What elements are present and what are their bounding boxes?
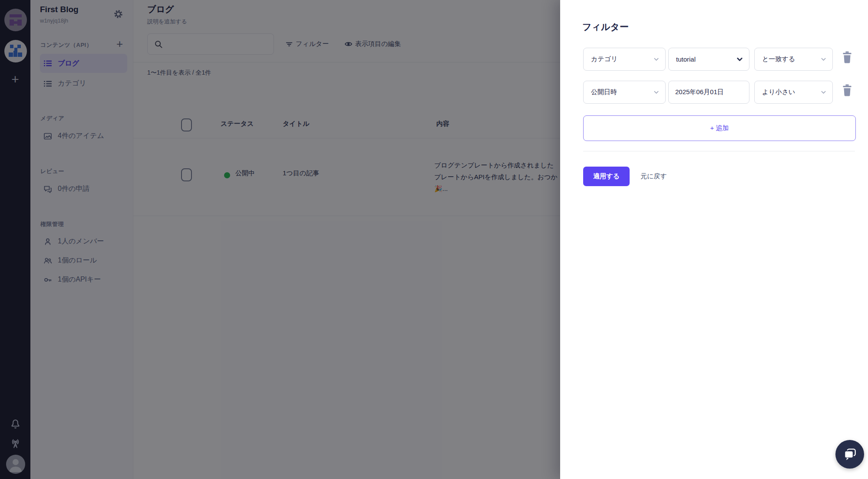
- trash-icon: [842, 84, 853, 97]
- chat-support-button[interactable]: [835, 440, 864, 469]
- delete-filter-row-button[interactable]: [842, 84, 853, 97]
- filter-field-value: カテゴリ: [591, 55, 617, 63]
- chevron-down-icon: [653, 89, 659, 95]
- app-screen: ブログ 説明を追加する フィルター 表示項目の編集 1〜1件目を表示 / 全1件: [0, 0, 868, 479]
- delete-filter-row-button[interactable]: [842, 51, 853, 64]
- chevron-down-icon: [653, 56, 659, 62]
- chevron-down-icon: [821, 56, 826, 62]
- filter-field-value: 公開日時: [591, 88, 617, 96]
- filter-drawer-title: フィルター: [582, 21, 629, 33]
- filter-value: tutorial: [676, 56, 696, 63]
- filter-date-value: 2025年06月01日: [675, 88, 724, 96]
- reset-filter-button[interactable]: 元に戻す: [640, 172, 667, 180]
- add-filter-button[interactable]: + 追加: [583, 115, 856, 141]
- trash-icon: [842, 51, 853, 64]
- filter-field-select[interactable]: 公開日時: [583, 81, 666, 104]
- filter-condition-select[interactable]: より小さい: [754, 81, 833, 104]
- chevron-down-icon: [821, 89, 826, 95]
- chat-bubbles-icon: [842, 446, 858, 463]
- filter-condition-select[interactable]: と一致する: [754, 48, 833, 71]
- apply-filter-button[interactable]: 適用する: [583, 167, 630, 186]
- filter-value-select[interactable]: tutorial: [668, 48, 749, 71]
- filter-condition-value: と一致する: [762, 55, 795, 63]
- filter-drawer: フィルター カテゴリ tutorial と一致する 公開日時 202: [560, 0, 868, 479]
- filter-condition-value: より小さい: [762, 88, 795, 96]
- panel-divider: [583, 151, 855, 151]
- chevron-down-icon: [736, 56, 743, 62]
- filter-field-select[interactable]: カテゴリ: [583, 48, 666, 71]
- filter-date-input[interactable]: 2025年06月01日: [668, 81, 749, 104]
